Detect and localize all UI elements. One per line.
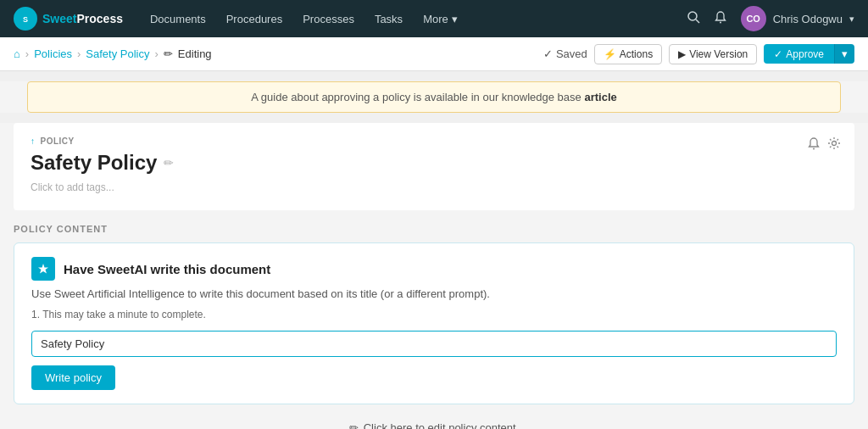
content-area: ↑ POLICY Safety Policy ✏ Click to add ta… xyxy=(0,123,868,429)
notification-icon[interactable] xyxy=(714,10,727,27)
ai-card-header: Have SweetAI write this document xyxy=(31,257,837,281)
edit-pencil-icon: ✏ xyxy=(349,421,359,429)
breadcrumb-bar: ⌂ › Policies › Safety Policy › ✏ Editing… xyxy=(0,37,868,71)
policy-title: Safety Policy xyxy=(31,151,157,175)
nav-icons: CO Chris Odogwu ▾ xyxy=(687,6,854,31)
check-icon: ✓ xyxy=(543,47,556,60)
edit-hint-area: ✏ Click here to edit policy content. xyxy=(14,404,854,429)
nav-procedures[interactable]: Procedures xyxy=(226,9,282,29)
logo-icon: S xyxy=(14,7,37,31)
policy-type-icon: ↑ xyxy=(31,136,36,146)
ai-prompt-input[interactable] xyxy=(31,331,837,357)
policy-content-section: POLICY CONTENT Have SweetAI write this d… xyxy=(14,224,854,404)
card-action-icons xyxy=(807,136,841,153)
bell-icon[interactable] xyxy=(807,136,821,153)
ai-card-title: Have SweetAI write this document xyxy=(64,262,270,276)
policy-tags[interactable]: Click to add tags... xyxy=(31,181,837,193)
section-label: POLICY CONTENT xyxy=(14,224,854,234)
svg-text:S: S xyxy=(23,15,28,24)
ai-write-card: Have SweetAI write this document Use Swe… xyxy=(14,242,854,404)
nav-documents[interactable]: Documents xyxy=(150,9,206,29)
svg-point-4 xyxy=(720,22,721,24)
policy-header-card: ↑ POLICY Safety Policy ✏ Click to add ta… xyxy=(14,123,854,210)
breadcrumb: ⌂ › Policies › Safety Policy › ✏ Editing xyxy=(14,47,212,60)
ai-note: 1. This may take a minute to complete. xyxy=(31,309,837,320)
logo[interactable]: S SweetProcess xyxy=(14,7,123,31)
editing-status: ✏ Editing xyxy=(164,47,212,60)
top-navigation: S SweetProcess Documents Procedures Proc… xyxy=(0,0,868,37)
toolbar-actions: ✓ Saved ⚡ Actions ▶ View Version ✓ Appro… xyxy=(543,44,854,64)
user-dropdown-icon: ▾ xyxy=(849,14,854,25)
notice-article-link[interactable]: article xyxy=(584,91,616,103)
notice-banner: A guide about approving a policy is avai… xyxy=(27,81,841,113)
policy-title-row: Safety Policy ✏ xyxy=(31,151,837,175)
ai-icon xyxy=(31,257,55,281)
nav-tasks[interactable]: Tasks xyxy=(375,9,403,29)
title-edit-icon[interactable]: ✏ xyxy=(164,156,174,170)
edit-hint-text[interactable]: ✏ Click here to edit policy content. xyxy=(349,421,520,429)
lightning-icon: ⚡ xyxy=(604,48,616,60)
svg-line-3 xyxy=(696,20,699,23)
svg-point-2 xyxy=(688,12,697,20)
approve-check-icon: ✓ xyxy=(774,48,782,60)
view-version-button[interactable]: ▶ View Version xyxy=(669,44,757,64)
safety-policy-link[interactable]: Safety Policy xyxy=(86,47,149,60)
user-name: Chris Odogwu xyxy=(773,13,843,25)
write-policy-button[interactable]: Write policy xyxy=(31,365,115,390)
saved-status: ✓ Saved xyxy=(543,47,587,60)
approve-button[interactable]: ✓ Approve xyxy=(764,44,834,64)
search-icon[interactable] xyxy=(687,10,700,27)
approve-chevron-icon: ▾ xyxy=(842,47,848,60)
nav-more[interactable]: More ▾ xyxy=(423,9,458,29)
user-menu[interactable]: CO Chris Odogwu ▾ xyxy=(741,6,854,31)
svg-point-5 xyxy=(813,148,815,150)
policy-type-label: ↑ POLICY xyxy=(31,136,837,146)
logo-text: SweetProcess xyxy=(42,12,123,25)
settings-icon[interactable] xyxy=(827,136,841,153)
approve-dropdown-button[interactable]: ▾ xyxy=(834,44,854,64)
home-link[interactable]: ⌂ xyxy=(14,47,20,60)
user-avatar: CO xyxy=(741,6,766,31)
policies-link[interactable]: Policies xyxy=(34,47,72,60)
pencil-icon: ✏ xyxy=(164,47,173,60)
nav-processes[interactable]: Processes xyxy=(303,9,354,29)
ai-subtitle: Use Sweet Artificial Intelligence to wri… xyxy=(31,287,837,300)
approve-button-group: ✓ Approve ▾ xyxy=(764,44,854,64)
actions-button[interactable]: ⚡ Actions xyxy=(594,44,662,64)
view-icon: ▶ xyxy=(678,48,686,60)
svg-point-6 xyxy=(832,142,837,146)
